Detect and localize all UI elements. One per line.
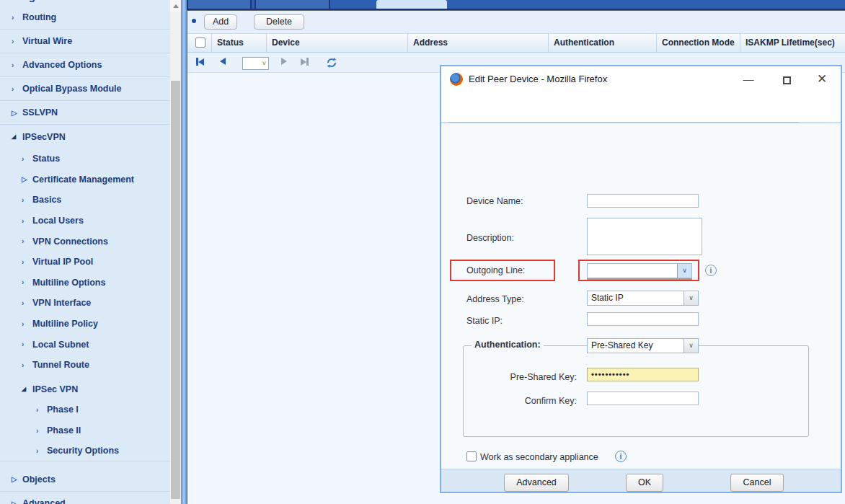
maximize-button[interactable] (772, 66, 801, 92)
advanced-button[interactable]: Advanced (504, 474, 569, 492)
expand-arrow-icon: › (22, 340, 32, 348)
device-name-input[interactable] (587, 194, 699, 208)
last-page-button[interactable] (301, 58, 309, 66)
sidebar-item-ipsecvpn[interactable]: ◢IPSecVPN (0, 125, 170, 149)
expand-arrow-icon: › (36, 406, 47, 414)
secondary-appliance-label: Work as secondary appliance (480, 452, 598, 462)
device-name-label: Device Name: (466, 196, 523, 206)
tab-segment[interactable] (255, 0, 330, 9)
description-label: Description: (466, 233, 514, 243)
sidebar-item-vpn-interface[interactable]: ›VPN Interface (0, 293, 170, 314)
expand-arrow-icon: › (36, 447, 47, 455)
expand-arrow-icon: › (22, 361, 32, 369)
column-header-authentication[interactable]: Authentication (549, 33, 657, 53)
panel-splitter[interactable] (181, 0, 187, 504)
firefox-logo-icon (450, 73, 463, 86)
tab-segment-active[interactable] (376, 0, 447, 9)
secondary-appliance-info-icon[interactable]: i (615, 451, 627, 462)
authentication-select[interactable]: Pre-Shared Key∨ (587, 338, 699, 353)
refresh-icon (326, 57, 337, 68)
sidebar-item-phase-i[interactable]: ›Phase I (0, 399, 170, 420)
scrollbar-thumb[interactable] (171, 81, 180, 499)
select-all-checkbox[interactable] (195, 37, 205, 48)
scroll-up-arrow-icon[interactable] (170, 0, 181, 12)
dialog-title: Edit Peer Device - Mozilla Firefox (469, 74, 607, 84)
sidebar-title-clipped: Navigation (0, 0, 170, 6)
first-page-button[interactable] (196, 58, 204, 66)
sidebar-item-multiline-options[interactable]: ›Multiline Options (0, 273, 170, 293)
sidebar-item-phase-ii[interactable]: ›Phase II (0, 420, 170, 441)
authentication-label: Authentication: (472, 340, 544, 350)
expand-arrow-icon: › (12, 85, 22, 93)
add-button[interactable]: Add (204, 14, 237, 30)
expand-arrow-icon: ▷ (22, 175, 32, 183)
sidebar-item-local-users[interactable]: ›Local Users (0, 211, 170, 231)
delete-button[interactable]: Delete (254, 14, 304, 30)
dialog-titlebar[interactable]: Edit Peer Device - Mozilla Firefox — ✕ (441, 66, 841, 92)
outgoing-line-label-highlight (450, 260, 555, 281)
tab-segment[interactable] (187, 0, 252, 9)
sidebar-item-virtual-wire[interactable]: ›Virtual Wire (0, 30, 170, 53)
outgoing-line-field-highlight (578, 260, 699, 281)
browser-url-row: i https://192.2/html/dlan/device_oper▦ •… (441, 92, 841, 123)
expand-arrow-icon: › (22, 237, 32, 245)
confirm-key-label: Confirm Key: (470, 396, 577, 406)
column-header-isakmp-lifetime[interactable]: ISAKMP Lifetime(sec) (740, 33, 845, 53)
cancel-button[interactable]: Cancel (730, 474, 784, 492)
static-ip-input[interactable] (587, 312, 699, 326)
pre-shared-key-label: Pre-Shared Key: (470, 372, 577, 382)
column-header-connection-mode[interactable]: Connection Mode (657, 33, 740, 53)
column-header-address[interactable]: Address (408, 33, 549, 53)
chevron-down-icon[interactable]: ∨ (683, 291, 698, 305)
sidebar-item-routing[interactable]: ›Routing (0, 6, 170, 30)
expand-arrow-icon: ▷ (12, 109, 22, 117)
confirm-key-input[interactable] (587, 392, 699, 405)
sidebar-item-virtual-ip-pool[interactable]: ›Virtual IP Pool (0, 252, 170, 273)
sidebar-navigation: Navigation ›Routing ›Virtual Wire ›Advan… (0, 0, 170, 504)
sidebar-item-security-options[interactable]: ›Security Options (0, 441, 170, 461)
sidebar-item-advanced[interactable]: ▷Advanced (0, 492, 170, 504)
chevron-down-icon[interactable]: ∨ (683, 339, 698, 353)
sidebar-item-ipsec-vpn[interactable]: ◢IPSec VPN (0, 379, 170, 400)
pre-shared-key-input[interactable]: ••••••••••• (587, 368, 699, 381)
sidebar-item-basics[interactable]: ›Basics (0, 190, 170, 211)
address-type-select[interactable]: Static IP∨ (587, 291, 699, 306)
outgoing-line-info-icon[interactable]: i (705, 265, 717, 276)
close-button[interactable]: ✕ (808, 66, 836, 92)
expand-arrow-icon: › (22, 278, 32, 286)
prev-page-button[interactable] (220, 58, 226, 65)
app-root: Navigation ›Routing ›Virtual Wire ›Advan… (0, 0, 845, 504)
dialog-form-body: Device Name: Description: Outgoing Line:… (441, 123, 841, 492)
expand-arrow-icon: › (22, 320, 32, 328)
address-type-label: Address Type: (466, 294, 524, 304)
description-textarea[interactable] (587, 218, 702, 255)
sidebar-item-objects[interactable]: ▷Objects (0, 468, 170, 492)
expand-arrow-icon: ▷ (12, 475, 22, 483)
refresh-button[interactable] (326, 57, 337, 68)
expand-arrow-icon: › (22, 155, 32, 163)
expand-arrow-icon: › (22, 217, 32, 225)
sidebar-item-sslvpn[interactable]: ▷SSLVPN (0, 101, 170, 125)
expand-arrow-icon: ▷ (12, 500, 22, 504)
expand-arrow-icon: ◢ (22, 386, 32, 392)
top-tabstrip-clipped (187, 0, 845, 10)
sidebar-item-local-subnet[interactable]: ›Local Subnet (0, 334, 170, 355)
expand-arrow-icon: ◢ (12, 133, 22, 140)
column-header-status[interactable]: Status (212, 33, 267, 53)
page-number-select[interactable]: ˅ (242, 57, 269, 70)
sidebar-item-optical-bypass-module[interactable]: ›Optical Bypass Module (0, 77, 170, 101)
expand-arrow-icon: › (12, 14, 22, 22)
sidebar-item-multiline-policy[interactable]: ›Multiline Policy (0, 314, 170, 335)
sidebar-item-certificate-management[interactable]: ▷Certificate Management (0, 169, 170, 190)
secondary-appliance-checkbox[interactable] (466, 451, 477, 461)
sidebar-item-vpn-connections[interactable]: ›VPN Connections (0, 231, 170, 252)
sidebar-item-tunnel-route[interactable]: ›Tunnel Route (0, 355, 170, 376)
next-page-button[interactable] (281, 58, 287, 65)
sidebar-scrollbar[interactable] (170, 0, 181, 504)
ok-button[interactable]: OK (626, 474, 663, 492)
sidebar-item-advanced-options[interactable]: ›Advanced Options (0, 53, 170, 77)
sidebar-item-status[interactable]: ›Status (0, 149, 170, 169)
minimize-button[interactable]: — (734, 66, 763, 92)
column-header-device[interactable]: Device (267, 33, 408, 53)
chevron-down-icon: ˅ (262, 60, 266, 67)
